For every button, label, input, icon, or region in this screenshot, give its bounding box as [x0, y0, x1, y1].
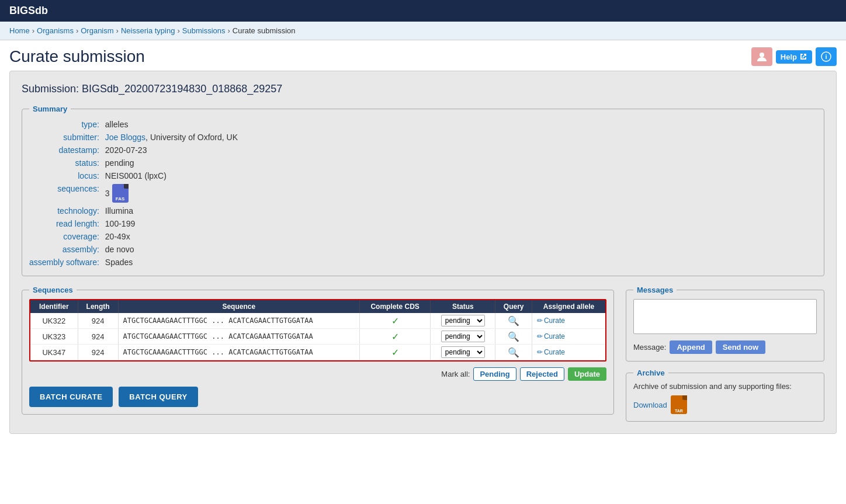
- messages-legend: Messages: [633, 286, 677, 294]
- col-query: Query: [495, 300, 532, 313]
- search-icon[interactable]: 🔍: [508, 347, 519, 357]
- mark-pending-button[interactable]: Pending: [473, 367, 516, 381]
- breadcrumb-neisseria[interactable]: Neisseria typing: [121, 26, 175, 35]
- status-select[interactable]: pending accepted rejected: [441, 331, 485, 342]
- table-row: UK322 924 ATGCTGCAAAGAACTTTGGC ... ACATC…: [30, 313, 605, 329]
- fasta-label: FAS: [112, 197, 129, 201]
- header-icons: Help i: [751, 47, 837, 66]
- archive-description: Archive of submission and any supporting…: [633, 382, 817, 391]
- pencil-icon: ✏: [537, 332, 543, 340]
- mark-update-button[interactable]: Update: [568, 367, 606, 381]
- technology-value: Illumina: [105, 204, 242, 217]
- locus-label: locus:: [29, 169, 105, 182]
- breadcrumb-organism[interactable]: Organism: [81, 26, 113, 35]
- summary-fieldset: Summary type: alleles submitter: Joe Blo…: [22, 105, 824, 276]
- row-query[interactable]: 🔍: [495, 329, 532, 345]
- status-select[interactable]: pending accepted rejected: [441, 346, 485, 358]
- messages-section: Messages Message: Append Send now Archiv…: [626, 286, 824, 422]
- row-assigned-allele[interactable]: ✏Curate: [532, 313, 605, 329]
- col-complete-cds: Complete CDS: [360, 300, 431, 313]
- tar-file-icon: TAR: [671, 395, 687, 414]
- checkmark-icon: ✓: [391, 316, 399, 326]
- submission-panel: Submission: BIGSdb_20200723194830_018868…: [9, 71, 837, 434]
- action-buttons: BATCH CURATE BATCH QUERY: [29, 387, 606, 407]
- row-id: UK347: [30, 345, 78, 360]
- page-title: Curate submission: [9, 47, 837, 66]
- row-query[interactable]: 🔍: [495, 313, 532, 329]
- info-icon: i: [821, 51, 831, 62]
- type-label: type:: [29, 118, 105, 131]
- summary-table: type: alleles submitter: Joe Bloggs, Uni…: [29, 118, 242, 269]
- help-button[interactable]: Help: [776, 50, 812, 64]
- checkmark-icon: ✓: [391, 347, 399, 357]
- tar-label: TAR: [671, 409, 687, 413]
- archive-fieldset: Archive Archive of submission and any su…: [626, 369, 824, 422]
- row-sequence: ATGCTGCAAAGAACTTTGGC ... ACATCAGAACTTGTG…: [118, 345, 359, 360]
- archive-legend: Archive: [633, 369, 668, 377]
- curate-link[interactable]: ✏Curate: [537, 332, 601, 340]
- row-assigned-allele[interactable]: ✏Curate: [532, 329, 605, 345]
- col-assigned-allele: Assigned allele: [532, 300, 605, 313]
- breadcrumb-current: Curate submission: [233, 26, 296, 35]
- svg-text:i: i: [825, 53, 827, 60]
- file-corner: [124, 184, 129, 189]
- row-query[interactable]: 🔍: [495, 345, 532, 360]
- batch-query-button[interactable]: BATCH QUERY: [119, 387, 197, 407]
- status-label: status:: [29, 157, 105, 169]
- row-status[interactable]: pending accepted rejected: [431, 329, 495, 345]
- row-status[interactable]: pending accepted rejected: [431, 345, 495, 360]
- sequences-count: 3: [105, 189, 110, 198]
- submitter-link[interactable]: Joe Bloggs: [105, 133, 145, 142]
- submitter-org: , University of Oxford, UK: [145, 133, 238, 142]
- locus-value: NEIS0001 (lpxC): [105, 169, 242, 182]
- breadcrumb-submissions[interactable]: Submissions: [182, 26, 226, 35]
- curate-link[interactable]: ✏Curate: [537, 348, 601, 356]
- submitter-value: Joe Bloggs, University of Oxford, UK: [105, 131, 242, 144]
- status-value: pending: [105, 157, 242, 169]
- tar-corner: [682, 395, 687, 400]
- technology-label: technology:: [29, 204, 105, 217]
- submitter-label: submitter:: [29, 131, 105, 144]
- datestamp-value: 2020-07-23: [105, 144, 242, 157]
- checkmark-icon: ✓: [391, 332, 399, 342]
- read-length-label: read length:: [29, 217, 105, 230]
- app-title: BIGSdb: [9, 5, 48, 16]
- search-icon[interactable]: 🔍: [508, 332, 519, 342]
- submission-title: Submission: BIGSdb_20200723194830_018868…: [22, 83, 824, 95]
- fasta-file-icon[interactable]: FAS: [112, 184, 129, 203]
- info-button[interactable]: i: [816, 47, 837, 66]
- row-cds: ✓: [360, 329, 431, 345]
- coverage-label: coverage:: [29, 230, 105, 243]
- download-link[interactable]: Download: [633, 401, 667, 409]
- message-textarea[interactable]: [633, 299, 817, 334]
- message-label: Message:: [633, 343, 666, 352]
- svg-point-0: [760, 53, 764, 57]
- sequences-section: Sequences Identifier Length Sequence Com…: [22, 286, 614, 415]
- row-status[interactable]: pending accepted rejected: [431, 313, 495, 329]
- breadcrumb-organisms[interactable]: Organisms: [37, 26, 74, 35]
- append-button[interactable]: Append: [670, 340, 712, 354]
- main-content: Submission: BIGSdb_20200723194830_018868…: [0, 71, 846, 455]
- summary-legend: Summary: [29, 105, 71, 113]
- user-icon-button[interactable]: [751, 47, 772, 66]
- status-select[interactable]: pending accepted rejected: [441, 315, 485, 326]
- external-link-icon: [799, 53, 807, 61]
- row-cds: ✓: [360, 313, 431, 329]
- datestamp-label: datestamp:: [29, 144, 105, 157]
- fasta-badge: 3 FAS: [105, 184, 129, 203]
- breadcrumb-home[interactable]: Home: [9, 26, 30, 35]
- assembly-label: assembly:: [29, 243, 105, 256]
- mark-all-row: Mark all: Pending Rejected Update: [29, 367, 606, 381]
- send-now-button[interactable]: Send now: [716, 340, 765, 354]
- curate-link[interactable]: ✏Curate: [537, 317, 601, 325]
- sequences-table-wrapper: Identifier Length Sequence Complete CDS …: [29, 299, 606, 362]
- search-icon[interactable]: 🔍: [508, 316, 519, 326]
- batch-curate-button[interactable]: BATCH CURATE: [29, 387, 113, 407]
- sequences-legend: Sequences: [29, 286, 77, 294]
- row-assigned-allele[interactable]: ✏Curate: [532, 345, 605, 360]
- sequences-table: Identifier Length Sequence Complete CDS …: [30, 300, 605, 360]
- app-title-bar: BIGSdb: [0, 0, 846, 22]
- mark-rejected-button[interactable]: Rejected: [520, 367, 564, 381]
- col-sequence: Sequence: [118, 300, 359, 313]
- download-row: Download TAR: [633, 395, 817, 414]
